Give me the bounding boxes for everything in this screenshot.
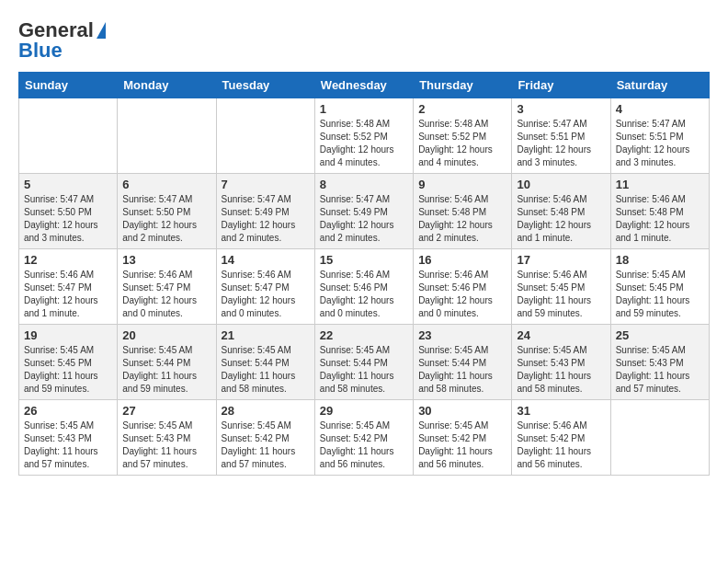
calendar-cell <box>118 98 216 174</box>
calendar-cell: 12Sunrise: 5:46 AM Sunset: 5:47 PM Dayli… <box>19 249 118 325</box>
day-number: 2 <box>418 102 506 116</box>
day-number: 19 <box>24 328 112 342</box>
day-info: Sunrise: 5:45 AM Sunset: 5:42 PM Dayligh… <box>418 419 506 471</box>
calendar-cell: 8Sunrise: 5:47 AM Sunset: 5:49 PM Daylig… <box>314 174 413 249</box>
day-number: 26 <box>24 404 112 418</box>
day-info: Sunrise: 5:46 AM Sunset: 5:46 PM Dayligh… <box>320 269 408 320</box>
calendar-header-row: SundayMondayTuesdayWednesdayThursdayFrid… <box>19 73 710 98</box>
calendar-body: 1Sunrise: 5:48 AM Sunset: 5:52 PM Daylig… <box>19 98 710 476</box>
col-header-thursday: Thursday <box>414 73 512 98</box>
calendar-cell: 31Sunrise: 5:46 AM Sunset: 5:42 PM Dayli… <box>512 400 610 476</box>
day-number: 10 <box>517 178 605 191</box>
calendar-cell: 28Sunrise: 5:45 AM Sunset: 5:42 PM Dayli… <box>216 400 314 476</box>
calendar-cell <box>216 98 314 174</box>
calendar-cell: 19Sunrise: 5:45 AM Sunset: 5:45 PM Dayli… <box>19 325 118 400</box>
calendar-cell: 25Sunrise: 5:45 AM Sunset: 5:43 PM Dayli… <box>610 325 709 400</box>
day-number: 17 <box>517 253 605 267</box>
day-number: 1 <box>320 102 408 116</box>
page-header: General Blue <box>18 18 710 63</box>
calendar-cell: 11Sunrise: 5:46 AM Sunset: 5:48 PM Dayli… <box>610 174 709 249</box>
day-info: Sunrise: 5:47 AM Sunset: 5:50 PM Dayligh… <box>122 193 210 245</box>
calendar-cell: 24Sunrise: 5:45 AM Sunset: 5:43 PM Dayli… <box>512 325 610 400</box>
calendar-cell: 15Sunrise: 5:46 AM Sunset: 5:46 PM Dayli… <box>314 249 413 325</box>
day-number: 14 <box>222 253 310 267</box>
day-number: 8 <box>320 178 408 191</box>
calendar-cell: 16Sunrise: 5:46 AM Sunset: 5:46 PM Dayli… <box>414 249 512 325</box>
day-number: 15 <box>320 253 408 267</box>
day-info: Sunrise: 5:47 AM Sunset: 5:51 PM Dayligh… <box>517 118 605 169</box>
calendar-cell: 6Sunrise: 5:47 AM Sunset: 5:50 PM Daylig… <box>118 174 216 249</box>
day-number: 20 <box>122 328 210 342</box>
day-number: 16 <box>418 253 506 267</box>
col-header-wednesday: Wednesday <box>314 73 413 98</box>
calendar-cell: 30Sunrise: 5:45 AM Sunset: 5:42 PM Dayli… <box>414 400 512 476</box>
day-info: Sunrise: 5:46 AM Sunset: 5:45 PM Dayligh… <box>517 269 605 320</box>
day-info: Sunrise: 5:47 AM Sunset: 5:49 PM Dayligh… <box>222 193 310 245</box>
calendar-cell: 23Sunrise: 5:45 AM Sunset: 5:44 PM Dayli… <box>414 325 512 400</box>
logo-triangle-icon <box>97 22 106 39</box>
calendar-cell: 17Sunrise: 5:46 AM Sunset: 5:45 PM Dayli… <box>512 249 610 325</box>
calendar-week-row: 19Sunrise: 5:45 AM Sunset: 5:45 PM Dayli… <box>19 325 710 400</box>
day-info: Sunrise: 5:45 AM Sunset: 5:44 PM Dayligh… <box>222 344 310 396</box>
day-number: 12 <box>24 253 112 267</box>
day-info: Sunrise: 5:45 AM Sunset: 5:43 PM Dayligh… <box>122 419 210 471</box>
calendar-cell: 4Sunrise: 5:47 AM Sunset: 5:51 PM Daylig… <box>610 98 709 174</box>
calendar-table: SundayMondayTuesdayWednesdayThursdayFrid… <box>18 72 710 476</box>
day-info: Sunrise: 5:46 AM Sunset: 5:47 PM Dayligh… <box>24 269 112 320</box>
col-header-monday: Monday <box>118 73 216 98</box>
day-number: 21 <box>222 328 310 342</box>
day-info: Sunrise: 5:48 AM Sunset: 5:52 PM Dayligh… <box>418 118 506 169</box>
calendar-week-row: 26Sunrise: 5:45 AM Sunset: 5:43 PM Dayli… <box>19 400 710 476</box>
calendar-cell: 29Sunrise: 5:45 AM Sunset: 5:42 PM Dayli… <box>314 400 413 476</box>
day-number: 7 <box>222 178 310 191</box>
calendar-cell: 13Sunrise: 5:46 AM Sunset: 5:47 PM Dayli… <box>118 249 216 325</box>
col-header-saturday: Saturday <box>610 73 709 98</box>
day-number: 4 <box>616 102 704 116</box>
calendar-cell <box>610 400 709 476</box>
day-number: 27 <box>122 404 210 418</box>
day-info: Sunrise: 5:46 AM Sunset: 5:47 PM Dayligh… <box>222 269 310 320</box>
calendar-cell: 20Sunrise: 5:45 AM Sunset: 5:44 PM Dayli… <box>118 325 216 400</box>
calendar-cell: 7Sunrise: 5:47 AM Sunset: 5:49 PM Daylig… <box>216 174 314 249</box>
calendar-cell <box>19 98 118 174</box>
day-number: 29 <box>320 404 408 418</box>
col-header-friday: Friday <box>512 73 610 98</box>
day-info: Sunrise: 5:47 AM Sunset: 5:50 PM Dayligh… <box>24 193 112 245</box>
calendar-cell: 1Sunrise: 5:48 AM Sunset: 5:52 PM Daylig… <box>314 98 413 174</box>
calendar-cell: 27Sunrise: 5:45 AM Sunset: 5:43 PM Dayli… <box>118 400 216 476</box>
day-number: 25 <box>616 328 704 342</box>
day-info: Sunrise: 5:45 AM Sunset: 5:44 PM Dayligh… <box>320 344 408 396</box>
calendar-week-row: 5Sunrise: 5:47 AM Sunset: 5:50 PM Daylig… <box>19 174 710 249</box>
day-number: 31 <box>517 404 605 418</box>
col-header-sunday: Sunday <box>19 73 118 98</box>
calendar-cell: 21Sunrise: 5:45 AM Sunset: 5:44 PM Dayli… <box>216 325 314 400</box>
calendar-cell: 18Sunrise: 5:45 AM Sunset: 5:45 PM Dayli… <box>610 249 709 325</box>
calendar-cell: 3Sunrise: 5:47 AM Sunset: 5:51 PM Daylig… <box>512 98 610 174</box>
day-number: 18 <box>616 253 704 267</box>
day-info: Sunrise: 5:45 AM Sunset: 5:42 PM Dayligh… <box>222 419 310 471</box>
day-info: Sunrise: 5:45 AM Sunset: 5:42 PM Dayligh… <box>320 419 408 471</box>
day-info: Sunrise: 5:46 AM Sunset: 5:48 PM Dayligh… <box>616 193 704 245</box>
day-info: Sunrise: 5:47 AM Sunset: 5:49 PM Dayligh… <box>320 193 408 245</box>
col-header-tuesday: Tuesday <box>216 73 314 98</box>
day-info: Sunrise: 5:46 AM Sunset: 5:42 PM Dayligh… <box>517 419 605 471</box>
day-number: 5 <box>24 178 112 191</box>
day-info: Sunrise: 5:46 AM Sunset: 5:47 PM Dayligh… <box>122 269 210 320</box>
calendar-week-row: 12Sunrise: 5:46 AM Sunset: 5:47 PM Dayli… <box>19 249 710 325</box>
day-info: Sunrise: 5:45 AM Sunset: 5:43 PM Dayligh… <box>616 344 704 396</box>
day-info: Sunrise: 5:47 AM Sunset: 5:51 PM Dayligh… <box>616 118 704 169</box>
calendar-cell: 14Sunrise: 5:46 AM Sunset: 5:47 PM Dayli… <box>216 249 314 325</box>
day-number: 9 <box>418 178 506 191</box>
day-number: 23 <box>418 328 506 342</box>
calendar-cell: 5Sunrise: 5:47 AM Sunset: 5:50 PM Daylig… <box>19 174 118 249</box>
calendar-cell: 22Sunrise: 5:45 AM Sunset: 5:44 PM Dayli… <box>314 325 413 400</box>
day-info: Sunrise: 5:46 AM Sunset: 5:48 PM Dayligh… <box>418 193 506 245</box>
day-number: 11 <box>616 178 704 191</box>
logo-blue-text: Blue <box>18 39 63 63</box>
day-number: 24 <box>517 328 605 342</box>
day-info: Sunrise: 5:45 AM Sunset: 5:43 PM Dayligh… <box>517 344 605 396</box>
calendar-cell: 2Sunrise: 5:48 AM Sunset: 5:52 PM Daylig… <box>414 98 512 174</box>
day-number: 3 <box>517 102 605 116</box>
day-number: 6 <box>122 178 210 191</box>
day-number: 22 <box>320 328 408 342</box>
